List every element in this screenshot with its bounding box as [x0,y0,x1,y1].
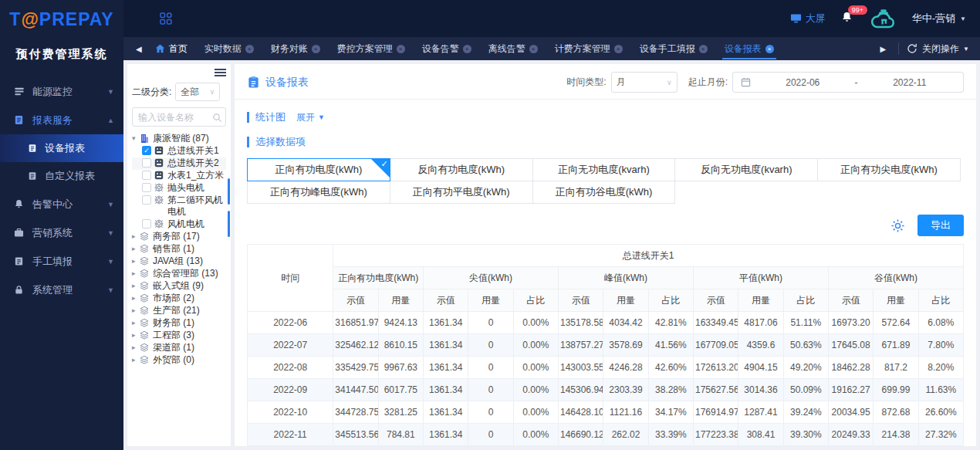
tree-node-device[interactable]: 风机电机 [132,218,226,231]
sidebar-item-alarm-center[interactable]: 告警中心▼ [0,190,123,218]
user-menu[interactable]: 华中-营销 ▼ [912,12,966,25]
data-item-button[interactable]: 反向有功电度(kWh) [390,158,533,181]
big-screen-button[interactable]: 大屏 [790,12,826,25]
caret-collapsed-icon[interactable]: ▸ [132,280,140,292]
tab-scroll-left-icon[interactable]: ◀ [131,45,147,53]
checkbox[interactable] [142,195,151,205]
tree-node-device[interactable]: 总进线开关2 [132,157,226,170]
time-type-select[interactable]: 月 ∨ [611,72,678,93]
energy-icon [14,86,26,97]
data-item-button[interactable]: 正向有功平电度(kWh) [390,181,533,204]
checkbox[interactable] [142,158,151,167]
data-item-button[interactable]: 反向无功电度(kvarh) [674,158,818,181]
tab-设备告警[interactable]: 设备告警× [414,37,480,60]
tree-node-department[interactable]: ▸渠道部 (1) [132,342,226,354]
tree-node-department[interactable]: ▸商务部 (17) [132,231,226,243]
tree-node-root[interactable]: ▾康派智能 (87) [132,133,226,145]
secondary-category-select[interactable]: 全部 ∨ [175,83,220,101]
close-icon[interactable]: × [765,45,774,53]
tab-离线告警[interactable]: 离线告警× [480,37,546,60]
caret-collapsed-icon[interactable]: ▸ [132,305,140,316]
tab-计费方案管理[interactable]: 计费方案管理× [546,37,631,60]
tree-node-label: 销售部 (1) [153,243,226,255]
tree-node-device[interactable]: 抛头电机 [132,182,226,195]
sidebar-item-custom-report[interactable]: 自定义报表 [0,162,123,190]
tab-财务对账[interactable]: 财务对账× [262,37,329,60]
expand-chart-toggle[interactable]: 展开 ▼ [296,111,325,124]
table-cell: 2022-08 [248,357,333,379]
caret-expanded-icon[interactable]: ▾ [132,133,140,144]
apps-grid-icon[interactable] [159,12,173,25]
meter-icon [154,146,164,156]
checkbox[interactable] [142,171,151,180]
data-item-button[interactable]: 正向有功峰电度(kWh) [247,181,390,204]
sidebar-item-manual-entry[interactable]: 手工填报▼ [0,247,123,276]
tree-node-department[interactable]: ▸销售部 (1) [132,243,226,255]
caret-collapsed-icon[interactable]: ▸ [132,342,140,354]
close-icon[interactable]: × [397,45,405,53]
tab-费控方案管理[interactable]: 费控方案管理× [329,37,414,60]
sidebar-item-device-report[interactable]: 设备报表 [0,134,123,162]
sidebar-item-marketing-system[interactable]: 营销系统▼ [0,218,123,247]
close-icon[interactable]: × [245,45,254,53]
table-cell: 18462.28 [828,357,873,379]
tree-scrollbar[interactable] [228,211,230,237]
caret-collapsed-icon[interactable]: ▸ [132,255,140,267]
time-column-header: 时间 [248,245,333,312]
checkbox[interactable] [142,183,151,192]
cloud-signal-icon[interactable] [870,8,897,29]
data-item-button[interactable]: 正向有功尖电度(kWh) [817,158,961,181]
caret-collapsed-icon[interactable]: ▸ [132,243,140,255]
tree-node-department[interactable]: ▸市场部 (2) [132,293,226,305]
table-cell: 344728.75 [333,401,378,424]
caret-collapsed-icon[interactable]: ▸ [132,268,140,279]
caret-collapsed-icon[interactable]: ▸ [132,354,140,366]
tree-node-department[interactable]: ▸工程部 (3) [132,330,226,342]
settings-gear-icon[interactable] [890,218,905,233]
table-cell: 1287.41 [738,401,783,424]
tree-node-department[interactable]: ▸生产部 (21) [132,305,226,317]
tree-node-department[interactable]: ▸综合管理部 (13) [132,268,226,280]
sidebar-item-energy-monitor[interactable]: 能源监控▼ [0,77,123,106]
tree-node-department[interactable]: ▸财务部 (1) [132,317,226,330]
caret-collapsed-icon[interactable]: ▸ [132,293,140,304]
close-icon[interactable]: × [463,45,471,53]
check-icon: ✓ [381,159,388,169]
export-button[interactable]: 导出 [917,215,964,236]
close-icon[interactable]: × [529,45,538,53]
tree-node-device[interactable]: ✓总进线开关1 [132,145,226,157]
data-item-button[interactable]: 正向有功电度(kWh)✓ [247,158,390,181]
report-table-wrap: 时间总进线开关1正向有功电度(kWh)尖值(kWh)峰值(kWh)平值(kWh)… [247,244,964,446]
caret-collapsed-icon[interactable]: ▸ [132,330,140,341]
tab-home[interactable]: 首页 [147,37,196,60]
caret-collapsed-icon[interactable]: ▸ [132,231,140,242]
data-item-button[interactable]: 正向无功电度(kvarh) [532,158,676,181]
close-operations-dropdown[interactable]: 关闭操作 ▼ [922,42,980,56]
close-icon[interactable]: × [699,45,708,53]
panel-menu-icon[interactable] [215,67,226,80]
tree-node-device[interactable]: 水表1_立方米 [132,170,226,182]
sidebar-item-label: 能源监控 [32,85,107,99]
tree-node-department[interactable]: ▸JAVA组 (13) [132,255,226,268]
tree-scrollbar[interactable] [228,178,230,205]
sidebar-item-report-service[interactable]: 报表服务▲ [0,106,123,134]
checkbox[interactable]: ✓ [142,146,151,155]
tab-设备手工填报[interactable]: 设备手工填报× [631,37,716,60]
tree-node-device[interactable]: 第二循环风机电机 [132,195,226,218]
form-icon [14,256,26,267]
caret-collapsed-icon[interactable]: ▸ [132,317,140,329]
data-item-button[interactable]: 正向有功谷电度(kWh) [532,181,676,204]
notifications-button[interactable]: 99+ [841,11,855,26]
tree-node-department[interactable]: ▸嵌入式组 (9) [132,280,226,293]
sub-header: 示值 [693,289,738,312]
tab-scroll-right-icon[interactable]: ▶ [875,45,890,53]
refresh-icon[interactable] [907,43,917,54]
close-icon[interactable]: × [312,45,320,53]
month-range-picker[interactable]: 2022-06 - 2022-11 [732,72,964,93]
tree-node-department[interactable]: ▸外贸部 (0) [132,354,226,367]
tab-实时数据[interactable]: 实时数据× [196,37,262,60]
tab-设备报表[interactable]: 设备报表× [716,37,782,60]
sidebar-item-system-management[interactable]: 系统管理▼ [0,276,123,304]
checkbox[interactable] [142,219,151,228]
close-icon[interactable]: × [614,45,623,53]
